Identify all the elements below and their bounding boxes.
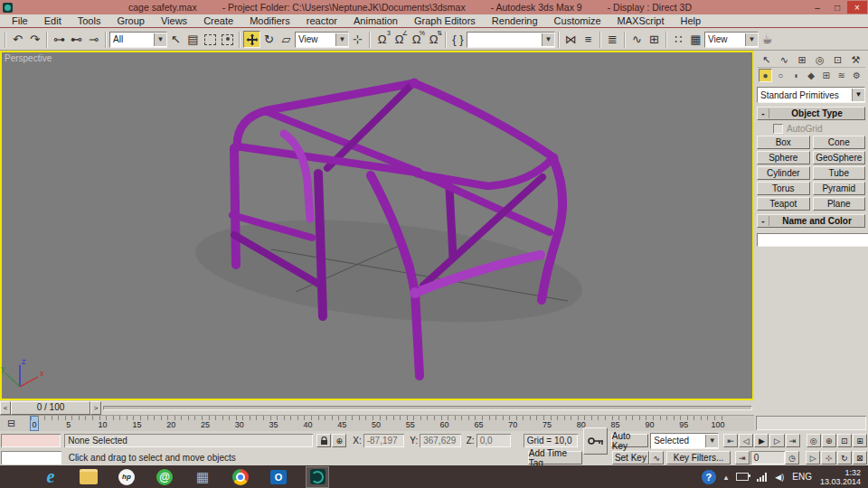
add-time-tag-button[interactable]: Add Time Tag xyxy=(528,451,583,465)
roll-cage-model[interactable] xyxy=(232,79,563,377)
bind-to-spacewarp-icon[interactable]: ⊸ xyxy=(85,31,102,48)
calculator-icon[interactable]: ▦ xyxy=(192,467,213,487)
key-filters-button[interactable]: Key Filters... xyxy=(666,451,730,465)
modify-tab-icon[interactable]: ∿ xyxy=(777,54,792,66)
object-type-rollout-header[interactable]: - Object Type xyxy=(757,107,865,120)
select-and-rotate-icon[interactable]: ↻ xyxy=(260,31,278,48)
maximize-viewport-toggle-icon[interactable]: ⊠ xyxy=(853,451,867,465)
volume-icon[interactable]: ◀) xyxy=(775,473,784,482)
object-type-button[interactable]: Cone xyxy=(813,136,866,149)
maximize-button[interactable]: □ xyxy=(827,1,847,14)
object-type-button[interactable]: Pyramid xyxy=(813,182,866,195)
dropdown-arrow-icon[interactable]: ▼ xyxy=(542,33,554,46)
reference-coordinate-dropdown[interactable]: View ▼ xyxy=(295,32,349,48)
close-button[interactable]: × xyxy=(847,1,867,14)
menu-item[interactable]: Graph Editors xyxy=(406,15,484,26)
zoom-extents-icon[interactable]: ⊡ xyxy=(837,434,852,447)
select-object-icon[interactable]: ↖ xyxy=(167,31,184,48)
named-selection-sets-icon[interactable]: { } xyxy=(449,31,467,48)
object-type-button[interactable]: Tube xyxy=(813,166,866,180)
previous-frame-arrow[interactable]: < xyxy=(0,401,11,415)
dropdown-arrow-icon[interactable]: ▼ xyxy=(705,435,718,447)
name-color-rollout-header[interactable]: - Name and Color xyxy=(757,214,865,228)
select-and-link-icon[interactable]: ⊶ xyxy=(51,31,68,48)
dropdown-arrow-icon[interactable]: ▼ xyxy=(335,33,348,46)
quick-render-icon[interactable]: ☕ xyxy=(759,31,776,48)
auto-key-button[interactable]: Auto Key xyxy=(611,434,648,447)
x-coordinate-field[interactable]: -87,197 xyxy=(363,434,405,447)
rectangular-selection-region-icon[interactable] xyxy=(202,31,219,48)
motion-tab-icon[interactable]: ◎ xyxy=(812,54,827,66)
current-frame-field[interactable]: 0 xyxy=(750,451,785,465)
menu-item[interactable]: File xyxy=(4,15,36,26)
minimize-button[interactable]: – xyxy=(807,1,827,14)
align-icon[interactable]: ≡ xyxy=(580,31,597,48)
menu-item[interactable]: Create xyxy=(195,15,241,26)
select-and-scale-icon[interactable]: ▱ xyxy=(278,31,295,48)
dropdown-arrow-icon[interactable]: ▼ xyxy=(745,33,758,46)
language-indicator[interactable]: ENG xyxy=(792,472,812,482)
schematic-view-icon[interactable]: ⊞ xyxy=(646,31,663,48)
set-key-button[interactable]: Set Key xyxy=(612,451,650,465)
create-tab-icon[interactable]: ↖ xyxy=(759,54,774,66)
hp-icon[interactable]: hp xyxy=(116,467,137,487)
arc-rotate-icon[interactable]: ↻ xyxy=(837,451,852,465)
zoom-all-icon[interactable]: ⊛ xyxy=(822,434,836,447)
key-set-dropdown[interactable]: Selected ▼ xyxy=(650,433,719,449)
menu-item[interactable]: Group xyxy=(108,15,153,26)
spacewarps-category-icon[interactable]: ≋ xyxy=(835,70,848,80)
percent-snap-icon[interactable]: Ω% xyxy=(408,31,425,48)
mirror-icon[interactable]: ⋈ xyxy=(562,31,580,48)
maxscript-listener-white[interactable] xyxy=(1,451,61,465)
time-slider-groove[interactable] xyxy=(103,406,752,410)
dropdown-arrow-icon[interactable]: ▼ xyxy=(154,33,166,46)
selection-filter-dropdown[interactable]: All ▼ xyxy=(109,32,167,48)
object-type-button[interactable]: GeoSphere xyxy=(813,151,866,164)
zoom-extents-all-icon[interactable]: ⊞ xyxy=(853,434,867,447)
cameras-category-icon[interactable]: ◆ xyxy=(804,70,817,80)
window-crossing-icon[interactable] xyxy=(219,31,236,48)
menu-item[interactable]: reactor xyxy=(298,15,345,26)
start-button[interactable] xyxy=(7,467,24,487)
menu-item[interactable]: Edit xyxy=(36,15,70,26)
menu-item[interactable]: Customize xyxy=(546,15,609,26)
go-to-start-icon[interactable]: ⇤ xyxy=(723,434,738,447)
shapes-category-icon[interactable]: ○ xyxy=(774,70,788,80)
material-editor-icon[interactable]: ∷ xyxy=(670,31,687,48)
angle-snap-icon[interactable]: Ω∠ xyxy=(391,31,408,48)
viewport-label[interactable]: Perspective xyxy=(5,53,52,63)
utilities-tab-icon[interactable]: ⚒ xyxy=(848,54,863,66)
outlook-icon[interactable]: O xyxy=(268,467,289,487)
network-signal-icon[interactable] xyxy=(757,473,767,482)
pan-icon[interactable]: ⊹ xyxy=(821,451,835,465)
clock[interactable]: 1:32 13.03.2014 xyxy=(820,468,861,486)
play-icon[interactable]: ▶ xyxy=(754,434,769,447)
next-frame-arrow[interactable]: > xyxy=(90,401,101,415)
menu-item[interactable]: Help xyxy=(673,15,710,26)
key-mode-toggle-icon[interactable]: ⇥ xyxy=(735,451,750,465)
dropdown-arrow-icon[interactable]: ▼ xyxy=(852,89,864,101)
absolute-offset-toggle-icon[interactable]: ⊕ xyxy=(332,434,346,447)
maxscript-listener-pink[interactable] xyxy=(1,434,61,447)
selection-lock-icon[interactable] xyxy=(316,434,331,447)
time-slider-handle[interactable]: 0 / 100 xyxy=(11,401,90,415)
redo-icon[interactable]: ↷ xyxy=(26,31,43,48)
object-type-button[interactable]: Sphere xyxy=(757,151,810,164)
field-of-view-icon[interactable]: ▷ xyxy=(806,451,820,465)
spinner-snap-icon[interactable]: Ω⇅ xyxy=(425,31,442,48)
unlink-selection-icon[interactable]: ⊷ xyxy=(68,31,85,48)
object-type-button[interactable]: Plane xyxy=(813,197,866,211)
collapse-icon[interactable]: - xyxy=(758,108,769,118)
select-by-name-icon[interactable]: ▤ xyxy=(184,31,202,48)
mail-agent-icon[interactable]: @ xyxy=(154,467,175,487)
show-hidden-icons[interactable]: ▴ xyxy=(724,473,729,482)
primitive-type-dropdown[interactable]: Standard Primitives ▼ xyxy=(757,87,865,103)
z-coordinate-field[interactable]: 0,0 xyxy=(476,434,511,447)
helpers-category-icon[interactable]: ⊞ xyxy=(819,70,833,80)
geometry-category-icon[interactable]: ● xyxy=(759,69,772,82)
collapse-icon[interactable]: - xyxy=(758,216,769,226)
layer-manager-icon[interactable]: ≣ xyxy=(604,31,621,48)
snaps-toggle-icon[interactable]: Ω3 xyxy=(373,31,391,48)
menu-item[interactable]: Views xyxy=(153,15,195,26)
y-coordinate-field[interactable]: 367,629 xyxy=(420,434,461,447)
